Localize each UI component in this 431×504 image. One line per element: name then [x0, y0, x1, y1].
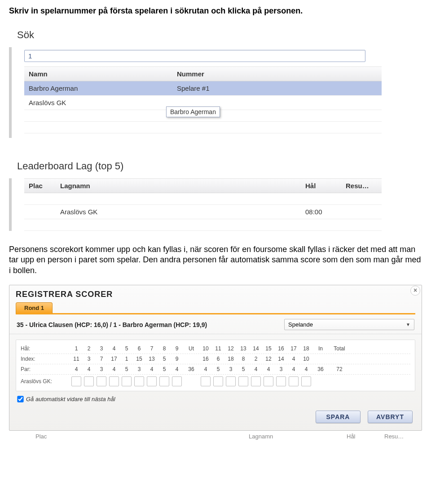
close-button[interactable]: ×	[410, 286, 420, 296]
tabs: Rond 1	[9, 302, 422, 313]
score-input[interactable]	[276, 376, 286, 386]
score-cell: 36	[312, 366, 329, 372]
score-input[interactable]	[213, 376, 223, 386]
score-input[interactable]	[226, 376, 236, 386]
score-input[interactable]	[201, 376, 211, 386]
col-resu: Resu…	[341, 179, 382, 193]
cell-number: Barbro Agerman	[172, 96, 382, 110]
bg-col-resu: Resu…	[384, 433, 416, 440]
row-holes: Hål: 123456789Ut101112131415161718InTota…	[21, 344, 410, 354]
score-cell: 3	[95, 345, 108, 352]
score-cell: 7	[95, 356, 108, 362]
score-input[interactable]	[84, 376, 94, 386]
role-value: Spelande	[288, 321, 313, 328]
leaderboard-row[interactable]: Araslövs GK 08:00	[24, 205, 382, 219]
cell-number: Spelare #1	[172, 81, 382, 95]
score-cell: 4	[83, 366, 95, 372]
score-cell: 2	[250, 356, 262, 362]
label-index: Index:	[21, 356, 70, 362]
score-cell: 5	[212, 366, 224, 372]
leaderboard-block: Plac Lagnamn Hål Resu… Araslövs GK 08:00	[9, 178, 382, 231]
score-cell: 1	[70, 345, 83, 352]
label-hal: Hål:	[21, 345, 70, 352]
score-cell: 4	[145, 366, 158, 372]
score-input[interactable]	[172, 376, 182, 386]
score-cell: 18	[224, 356, 237, 362]
score-cell: 12	[224, 345, 237, 352]
score-cell: 8	[158, 345, 171, 352]
score-input[interactable]	[97, 376, 106, 386]
row-par: Par: 443453454364535443443672	[21, 364, 410, 374]
score-input[interactable]	[159, 376, 169, 386]
score-input[interactable]	[238, 376, 248, 386]
leaderboard-row-empty	[24, 193, 382, 205]
role-select[interactable]: Spelande ▼	[284, 319, 414, 330]
score-cell: 9	[171, 345, 183, 352]
search-row[interactable]: Araslövs GK Barbro Agerman	[24, 96, 382, 110]
auto-next-row[interactable]: Gå automatiskt vidare till nästa hål	[9, 391, 422, 402]
search-row[interactable]: Barbro Agerman Spelare #1	[24, 81, 382, 96]
score-cell: Ut	[183, 345, 199, 352]
search-grid-header: Namn Nummer	[24, 66, 382, 81]
register-scores-modal: REGISTRERA SCORER Rond 1 35 - Ulrica Cla…	[9, 285, 422, 431]
score-cell: 13	[145, 356, 158, 362]
save-button[interactable]: SPARA	[316, 411, 361, 423]
instruction-1: Skriv in spelarnummer på första spelaren…	[9, 6, 422, 16]
score-input[interactable]	[147, 376, 157, 386]
col-hal: Hål	[301, 179, 341, 193]
score-input[interactable]	[109, 376, 119, 386]
score-input[interactable]	[289, 376, 299, 386]
search-input[interactable]	[24, 50, 365, 62]
leaderboard-row-empty	[24, 219, 382, 231]
score-cell: 16	[199, 356, 212, 362]
score-cell: 3	[95, 366, 108, 372]
bg-col-hal: Hål	[347, 433, 384, 440]
score-input[interactable]	[251, 376, 261, 386]
row-team: Araslövs GK:	[21, 374, 410, 388]
row-index: Index: 113717115135916618821214410	[21, 354, 410, 364]
leaderboard-grid: Plac Lagnamn Hål Resu… Araslövs GK 08:00	[24, 178, 382, 231]
score-cell: 18	[300, 345, 312, 352]
cell-name: Barbro Agerman	[24, 81, 172, 95]
search-results-grid: Namn Nummer Barbro Agerman Spelare #1 Ar…	[24, 66, 382, 133]
player-line: 35 - Ulrica Clausen (HCP: 16,0) / 1 - Ba…	[17, 321, 284, 328]
score-cell: 17	[287, 345, 300, 352]
score-cell: 17	[108, 356, 120, 362]
bg-col-plac: Plac	[15, 433, 249, 440]
score-cell: 5	[120, 345, 133, 352]
col-nummer: Nummer	[172, 67, 382, 81]
score-cell: 5	[158, 356, 171, 362]
bg-col-lagnamn: Lagnamn	[249, 433, 347, 440]
bg-leaderboard-header: Plac Lagnamn Hål Resu…	[9, 430, 422, 442]
cell-hal: 08:00	[301, 205, 341, 219]
score-cell: 14	[250, 345, 262, 352]
score-cell: 1	[120, 356, 133, 362]
search-heading: Sök	[17, 29, 382, 41]
auto-next-checkbox[interactable]	[17, 396, 23, 402]
score-input[interactable]	[122, 376, 132, 386]
leaderboard-header: Plac Lagnamn Hål Resu…	[24, 178, 382, 193]
score-cell: In	[312, 345, 329, 352]
score-cell: 5	[158, 366, 171, 372]
score-input[interactable]	[264, 376, 273, 386]
score-panel: Hål: 123456789Ut101112131415161718InTota…	[16, 340, 415, 391]
score-cell: Total	[329, 345, 350, 352]
col-plac: Plac	[24, 179, 56, 193]
score-cell: 16	[275, 345, 287, 352]
score-cell: 11	[212, 345, 224, 352]
cell-plac	[24, 205, 56, 219]
auto-next-label: Gå automatiskt vidare till nästa hål	[26, 396, 115, 402]
score-cell: 4	[300, 366, 312, 372]
tab-round-1[interactable]: Rond 1	[16, 302, 53, 314]
score-cell: 3	[133, 366, 145, 372]
cancel-button[interactable]: AVBRYT	[368, 411, 413, 423]
score-cell: 7	[145, 345, 158, 352]
score-cell: 3	[275, 366, 287, 372]
col-lagnamn: Lagnamn	[56, 179, 301, 193]
score-cell: 13	[237, 345, 250, 352]
score-cell: 4	[287, 356, 300, 362]
label-team: Araslövs GK:	[21, 378, 70, 385]
score-input[interactable]	[134, 376, 144, 386]
score-input[interactable]	[71, 376, 81, 386]
score-input[interactable]	[301, 376, 311, 386]
